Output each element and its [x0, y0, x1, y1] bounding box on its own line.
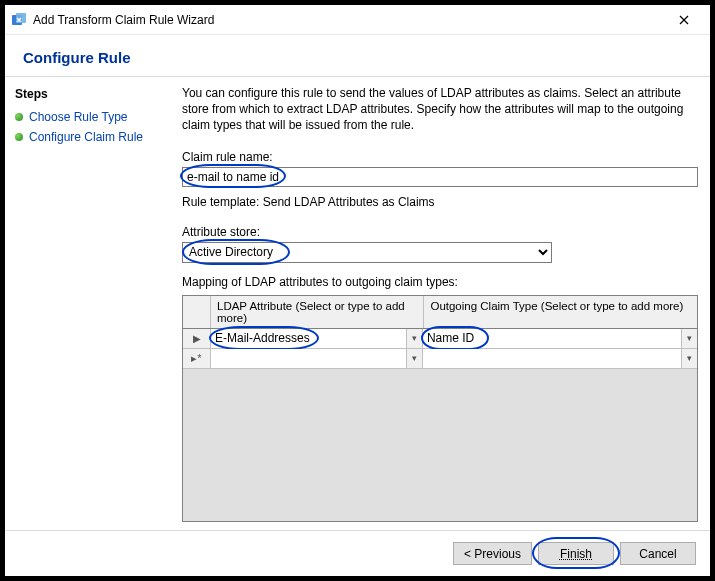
dropdown-icon[interactable]: ▾	[681, 349, 697, 368]
grid-col-claim: Outgoing Claim Type (Select or type to a…	[424, 296, 697, 328]
dropdown-icon[interactable]: ▾	[681, 329, 697, 348]
rule-template-text: Rule template: Send LDAP Attributes as C…	[182, 195, 698, 209]
step-choose-rule-type[interactable]: Choose Rule Type	[15, 107, 159, 127]
cancel-button[interactable]: Cancel	[620, 542, 696, 565]
instruction-text: You can configure this rule to send the …	[182, 85, 698, 134]
close-button[interactable]	[664, 6, 704, 34]
grid-col-ldap: LDAP Attribute (Select or type to add mo…	[211, 296, 424, 328]
grid-gutter-header	[183, 296, 211, 328]
footer-buttons: < Previous Finish Cancel	[5, 530, 710, 576]
steps-title: Steps	[15, 87, 159, 101]
finish-button[interactable]: Finish	[538, 542, 614, 565]
ldap-attribute-input[interactable]	[211, 329, 406, 348]
dropdown-icon[interactable]: ▾	[406, 329, 422, 348]
ldap-cell: ▾	[211, 349, 423, 368]
row-new-indicator[interactable]: ▸*	[183, 349, 211, 368]
dropdown-icon[interactable]: ▾	[406, 349, 422, 368]
claim-rule-name-label: Claim rule name:	[182, 150, 698, 164]
main-panel: You can configure this rule to send the …	[170, 77, 710, 530]
claim-rule-name-input[interactable]	[182, 167, 698, 187]
previous-button[interactable]: < Previous	[453, 542, 532, 565]
outgoing-claim-input[interactable]	[423, 329, 681, 348]
grid-header: LDAP Attribute (Select or type to add mo…	[183, 296, 697, 329]
step-bullet-icon	[15, 133, 23, 141]
step-label: Choose Rule Type	[29, 110, 128, 124]
grid-row-new: ▸* ▾ ▾	[183, 349, 697, 369]
step-label: Configure Claim Rule	[29, 130, 143, 144]
attribute-store-select[interactable]: Active Directory	[182, 242, 552, 263]
wizard-window: Add Transform Claim Rule Wizard Configur…	[5, 5, 710, 576]
page-title: Configure Rule	[23, 49, 692, 66]
grid-row: ▶ ▾ ▾	[183, 329, 697, 349]
attribute-store-label: Attribute store:	[182, 225, 698, 239]
outgoing-claim-input[interactable]	[423, 349, 681, 368]
ldap-attribute-input[interactable]	[211, 349, 406, 368]
step-bullet-icon	[15, 113, 23, 121]
mapping-grid: LDAP Attribute (Select or type to add mo…	[182, 295, 698, 522]
claim-cell: ▾	[423, 329, 697, 348]
window-title: Add Transform Claim Rule Wizard	[33, 13, 664, 27]
ldap-cell: ▾	[211, 329, 423, 348]
row-selector[interactable]: ▶	[183, 329, 211, 348]
mapping-label: Mapping of LDAP attributes to outgoing c…	[182, 275, 698, 289]
steps-sidebar: Steps Choose Rule Type Configure Claim R…	[5, 77, 170, 530]
wizard-header: Configure Rule	[5, 35, 710, 77]
step-configure-claim-rule[interactable]: Configure Claim Rule	[15, 127, 159, 147]
titlebar: Add Transform Claim Rule Wizard	[5, 5, 710, 35]
app-icon	[11, 12, 27, 28]
claim-cell: ▾	[423, 349, 697, 368]
